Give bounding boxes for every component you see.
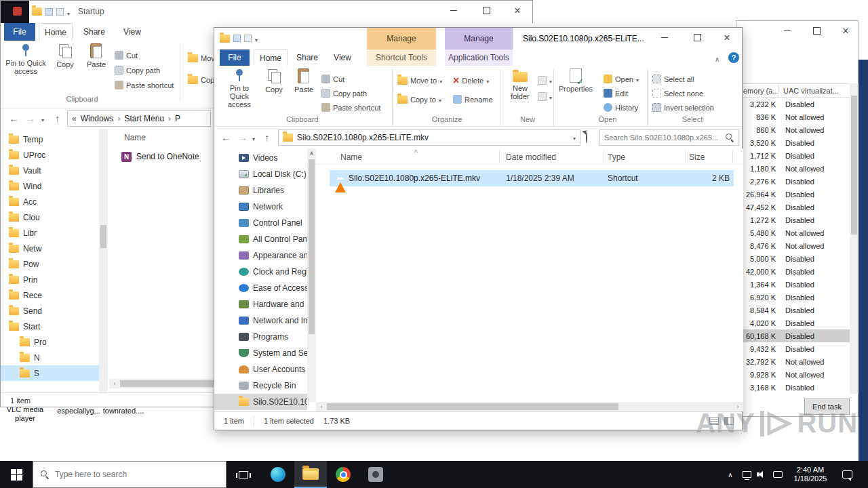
taskbar-app-file-explorer[interactable] — [294, 461, 327, 488]
tray-keyboard[interactable] — [770, 461, 785, 488]
properties-button[interactable]: Properties — [557, 68, 594, 93]
sidebar-item-hardware-and[interactable]: Hardware and ... — [214, 296, 307, 312]
task-manager-row[interactable]: 2,276 KDisabled — [736, 175, 850, 188]
scroll-left-icon[interactable]: ‹ — [317, 402, 326, 411]
taskbar-app-utility[interactable] — [359, 461, 392, 488]
tab-file[interactable]: File — [4, 23, 35, 41]
search-box[interactable] — [599, 129, 739, 146]
tray-expand-chevron-icon[interactable] — [723, 461, 738, 488]
tab-share[interactable]: Share — [77, 23, 112, 41]
copy-button[interactable]: Copy — [260, 68, 288, 94]
cut-button[interactable]: Cut — [115, 49, 138, 62]
address-box[interactable]: Silo.S02E10.1080p.x265-ELiTE.mkv — [278, 129, 580, 146]
edit-button[interactable]: Edit — [604, 87, 628, 100]
scroll-left-icon[interactable]: ‹ — [111, 379, 119, 388]
task-manager-row[interactable]: 1,180 KNot allowed — [736, 162, 850, 175]
column-header-size[interactable]: Size — [689, 152, 705, 162]
sidebar-item-pow[interactable]: Pow — [1, 256, 99, 272]
quick-access-icon[interactable] — [233, 35, 241, 42]
help-icon[interactable] — [728, 52, 739, 63]
sidebar-item-libr[interactable]: Libr — [1, 225, 99, 241]
open-button[interactable]: Open — [604, 73, 639, 85]
sidebar-item-programs[interactable]: Programs — [214, 329, 307, 345]
breadcrumb-part[interactable]: Windows — [81, 114, 114, 123]
scrollbar-thumb[interactable] — [327, 403, 618, 410]
address-path[interactable]: Silo.S02E10.1080p.x265-ELiTE.mkv — [297, 133, 569, 142]
paste-shortcut-button[interactable]: Paste shortcut — [321, 101, 380, 114]
collapse-ribbon-icon[interactable] — [715, 54, 719, 64]
quick-access-icon-2[interactable] — [244, 35, 252, 42]
scrollbar-thumb[interactable] — [851, 96, 857, 235]
task-manager-row[interactable]: 8,476 KNot allowed — [736, 239, 850, 252]
sidebar-item-network[interactable]: Network — [214, 199, 307, 215]
forward-icon[interactable] — [237, 131, 248, 143]
tab-view[interactable]: View — [116, 23, 149, 41]
forward-icon[interactable] — [25, 113, 35, 124]
quick-access-icon[interactable] — [45, 8, 53, 16]
column-header-name[interactable]: Name — [340, 152, 362, 162]
history-button[interactable]: History — [604, 101, 638, 114]
tab-home[interactable]: Home — [39, 23, 73, 41]
pin-to-quick-access-button[interactable]: Pin to Quick access — [5, 43, 47, 75]
quick-access-chevron-icon[interactable] — [255, 35, 258, 44]
sidebar-item-network-and-in[interactable]: Network and In... — [214, 312, 307, 329]
task-manager-row[interactable]: 9,928 KNot allowed — [736, 368, 850, 381]
sidebar-item-silo-s02e10-1080[interactable]: Silo.S02E10.1080 — [214, 394, 307, 410]
scrollbar-thumb[interactable] — [309, 159, 315, 334]
task-manager-row[interactable]: 47,452 KDisabled — [736, 201, 850, 214]
close-button[interactable] — [712, 28, 742, 47]
task-manager-row[interactable]: 3,520 KDisabled — [736, 136, 850, 149]
task-manager-row[interactable]: 6,920 KDisabled — [736, 291, 850, 304]
desktop-icon-label-vlc[interactable]: VLC media player — [4, 405, 46, 423]
task-manager-row[interactable]: 32,792 KNot allowed — [736, 355, 850, 368]
paste-button[interactable]: Paste — [290, 68, 317, 94]
desktop-icon-label-townrated[interactable]: townrated.... — [102, 407, 145, 415]
sidebar-item-start[interactable]: Start — [1, 319, 99, 334]
maximize-button[interactable] — [806, 21, 827, 41]
task-manager-row[interactable]: 9,432 KDisabled — [736, 342, 850, 355]
tab-file[interactable]: File — [220, 49, 250, 66]
move-to-button[interactable]: Move to — [397, 74, 442, 87]
invert-selection-button[interactable]: Invert selection — [652, 101, 714, 114]
chevron-down-icon[interactable] — [573, 133, 576, 142]
sidebar-item-s[interactable]: S — [1, 365, 99, 381]
easy-access-button[interactable] — [538, 90, 552, 103]
minimize-button[interactable] — [441, 1, 466, 20]
paste-button[interactable]: Paste — [82, 43, 111, 68]
tab-shortcut-tools[interactable]: Shortcut Tools — [367, 49, 436, 66]
sidebar-item-clock-and-regi[interactable]: Clock and Regi... — [214, 264, 307, 280]
rename-button[interactable]: Rename — [453, 93, 493, 106]
column-header-date-modified[interactable]: Date modified — [506, 152, 556, 162]
quick-access-chevron-icon[interactable] — [67, 8, 70, 18]
back-icon[interactable] — [221, 131, 231, 143]
cut-button[interactable]: Cut — [321, 73, 344, 85]
back-icon[interactable] — [9, 113, 19, 124]
task-view-button[interactable] — [231, 461, 256, 488]
task-manager-row[interactable]: 42,000 KDisabled — [736, 265, 850, 278]
breadcrumb-part[interactable]: Start Menu — [124, 114, 164, 123]
nav-scrollbar[interactable] — [99, 129, 108, 392]
refresh-icon[interactable] — [586, 132, 587, 143]
sidebar-item-libraries[interactable]: Libraries — [214, 182, 307, 199]
tab-home[interactable]: Home — [254, 49, 288, 66]
task-manager-row[interactable]: 4,020 KDisabled — [736, 317, 850, 329]
paste-shortcut-button[interactable]: Paste shortcut — [115, 79, 174, 92]
sidebar-item-appearance-an[interactable]: Appearance an... — [214, 247, 307, 264]
sidebar-item-clou[interactable]: Clou — [1, 209, 99, 225]
tab-share[interactable]: Share — [290, 49, 324, 66]
sidebar-item-user-accounts[interactable]: User Accounts — [214, 361, 307, 378]
task-manager-row[interactable]: 1,712 KDisabled — [736, 149, 850, 162]
sidebar-item-recycle-bin[interactable]: Recycle Bin — [214, 378, 307, 394]
breadcrumb[interactable]: « Windows Start Menu P — [67, 110, 211, 127]
task-manager-row[interactable]: 26,964 KDisabled — [736, 188, 850, 201]
scroll-up-icon[interactable]: ▲ — [307, 148, 316, 157]
file-row-selected[interactable]: Silo.S02E10.1080p.x265-ELiTE.mkv 1/18/20… — [330, 170, 734, 186]
taskbar-search[interactable] — [33, 461, 226, 488]
recent-locations-chevron-icon[interactable] — [41, 115, 44, 124]
taskbar-app-edge[interactable] — [262, 461, 294, 488]
sidebar-item-videos[interactable]: Videos — [214, 150, 307, 166]
task-manager-row[interactable]: 8,584 KDisabled — [736, 304, 850, 317]
task-manager-row[interactable]: 3,168 KDisabled — [736, 381, 850, 394]
task-manager-row[interactable]: 5,480 KNot allowed — [736, 226, 850, 239]
copy-path-button[interactable]: Copy path — [321, 87, 367, 100]
